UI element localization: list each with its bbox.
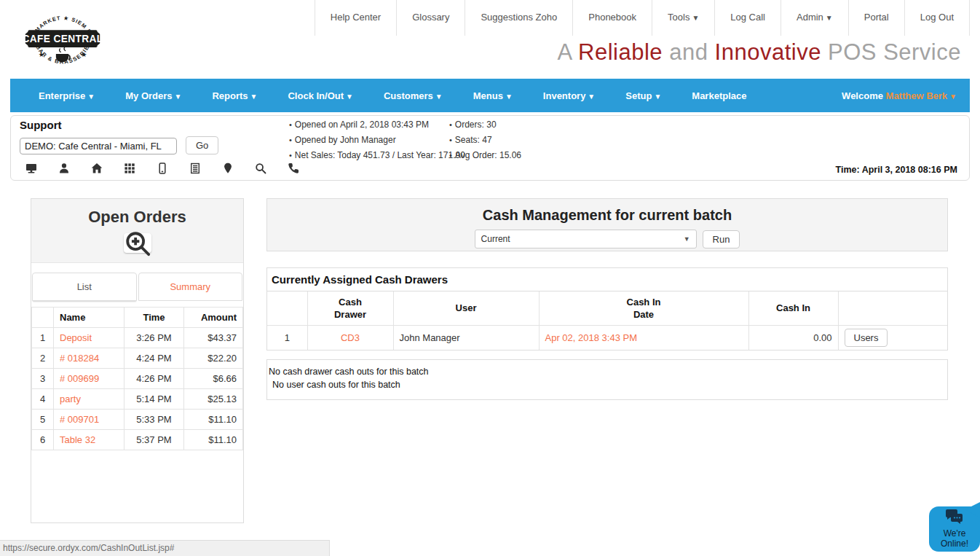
support-icon-toolbar [21, 160, 304, 177]
assigned-drawers-heading: Currently Assigned Cash Drawers [267, 268, 947, 291]
nav-reports[interactable]: Reports▼ [197, 90, 272, 101]
batch-info-left: •Opened on April 2, 2018 03:43 PM •Opene… [289, 120, 465, 165]
chevron-down-icon: ▼ [175, 93, 182, 101]
assigned-drawers-table: Cash Drawer User Cash In Date Cash In 1 … [267, 291, 947, 350]
nav-suggestions-zoho[interactable]: Suggestions Zoho [465, 0, 572, 36]
open-orders-tabs: List Summary [31, 273, 243, 301]
nav-log-call[interactable]: Log Call [714, 0, 781, 36]
support-panel: Support Go •Opened on April [10, 115, 970, 181]
drawer-user: John Manager [393, 325, 539, 350]
live-chat-widget[interactable]: We're Online! [929, 502, 980, 552]
col-header-name: Name [54, 308, 125, 328]
open-orders-header: Open Orders [31, 199, 243, 263]
chevron-down-icon: ▼ [87, 93, 95, 101]
search-icon[interactable] [250, 160, 271, 177]
cash-management-header: Cash Management for current batch Curren… [266, 198, 948, 251]
batch-info-right: •Orders: 30 •Seats: 47 •Avg Order: 15.06 [449, 120, 521, 165]
nav-marketplace[interactable]: Marketplace [676, 90, 762, 101]
users-button[interactable]: Users [845, 329, 888, 347]
chevron-down-icon: ▼ [684, 235, 690, 243]
table-row: 1 Deposit 3:26 PM $43.37 [32, 328, 243, 348]
drawer-row: 1 CD3 John Manager Apr 02, 2018 3:43 PM … [267, 325, 947, 350]
chevron-down-icon: ▼ [949, 93, 957, 101]
col-header-user: User [393, 291, 539, 325]
chat-text-line2: Online! [929, 539, 980, 549]
nav-help-center[interactable]: Help Center [315, 0, 396, 36]
chevron-down-icon: ▼ [588, 93, 595, 101]
main-nav: Enterprise▼ My Orders▼ Reports▼ Clock In… [10, 79, 970, 112]
chat-messages-icon [945, 509, 964, 524]
tab-summary[interactable]: Summary [138, 273, 243, 301]
table-row: 5 # 009701 5:33 PM $11.10 [32, 410, 243, 430]
cash-management-panel: Cash Management for current batch Curren… [266, 198, 948, 400]
chevron-down-icon: ▼ [435, 93, 443, 101]
run-button[interactable]: Run [703, 230, 740, 248]
grid-icon[interactable] [119, 160, 140, 177]
col-header-cash-in: Cash In [748, 291, 838, 325]
user-icon[interactable] [54, 160, 74, 177]
chevron-down-icon: ▼ [250, 93, 258, 101]
table-row: 3 # 009699 4:26 PM $6.66 [32, 369, 243, 389]
batch-select-value: Current [481, 234, 510, 244]
logo-name-text: CAFE CENTRAL [23, 34, 103, 44]
order-link[interactable]: party [60, 393, 81, 404]
nav-clock-in-out[interactable]: Clock In/Out▼ [272, 90, 368, 101]
order-link[interactable]: # 009701 [60, 414, 99, 425]
assigned-drawers-section: Currently Assigned Cash Drawers Cash Dra… [266, 267, 948, 351]
nav-glossary[interactable]: Glossary [396, 0, 465, 36]
current-user-name: Matthew Berk [886, 90, 948, 101]
cash-management-title: Cash Management for current batch [267, 207, 947, 224]
chevron-down-icon: ▼ [692, 14, 699, 22]
order-link[interactable]: Deposit [60, 332, 92, 343]
nav-tools[interactable]: Tools▼ [652, 0, 714, 36]
table-row: 4 party 5:14 PM $25.13 [32, 389, 243, 410]
welcome-user[interactable]: Welcome Matthew Berk▼ [842, 90, 957, 101]
home-icon[interactable] [87, 160, 107, 177]
col-header-amount: Amount [184, 308, 243, 328]
current-time: Time: April 3, 2018 08:16 PM [836, 165, 957, 175]
nav-portal[interactable]: Portal [848, 0, 904, 36]
nav-admin[interactable]: Admin▼ [781, 0, 848, 36]
zoom-orders-button[interactable] [124, 233, 151, 253]
terminal-monitor-icon[interactable] [21, 160, 42, 177]
no-drawer-cashouts-message: No cash drawer cash outs for this batch [269, 367, 944, 377]
support-title: Support [20, 119, 62, 131]
chevron-down-icon: ▼ [505, 93, 513, 101]
cash-out-messages: No cash drawer cash outs for this batch … [266, 359, 948, 400]
map-marker-icon[interactable] [218, 160, 238, 177]
nav-menus[interactable]: Menus▼ [458, 90, 528, 101]
go-button[interactable]: Go [186, 136, 218, 154]
nav-phonebook[interactable]: Phonebook [572, 0, 652, 36]
browser-status-bar: https://secure.ordyx.com/CashInOutList.j… [0, 540, 330, 556]
order-link[interactable]: Table 32 [60, 434, 95, 445]
nav-customers[interactable]: Customers▼ [368, 90, 458, 101]
batch-select[interactable]: Current ▼ [475, 230, 697, 248]
nav-enterprise[interactable]: Enterprise▼ [23, 90, 110, 101]
list-document-icon[interactable] [185, 160, 205, 177]
order-link[interactable]: # 009699 [60, 373, 99, 384]
chevron-down-icon: ▼ [346, 93, 353, 101]
table-row: 6 Table 32 5:37 PM $11.10 [32, 430, 243, 450]
tagline: A Reliable and Innovative POS Service [558, 39, 962, 66]
cafe-central-logo: OLD MARKET ★ SIEM REAP CAFE CENTRAL ★ ★ … [16, 6, 109, 73]
tab-list[interactable]: List [32, 273, 137, 301]
open-orders-title: Open Orders [31, 208, 243, 227]
zoom-in-icon [124, 230, 151, 257]
nav-inventory[interactable]: Inventory▼ [528, 90, 610, 101]
nav-log-out[interactable]: Log Out [904, 0, 970, 36]
col-header-cash-drawer: Cash Drawer [325, 296, 376, 321]
store-select-input[interactable] [20, 138, 177, 154]
col-header-time: Time [125, 308, 184, 328]
nav-my-orders[interactable]: My Orders▼ [110, 90, 197, 101]
open-orders-panel: Open Orders List Summary Name Time Amoun… [31, 198, 244, 523]
mobile-icon[interactable] [152, 160, 173, 177]
cash-in-amount: 0.00 [748, 325, 838, 350]
col-header-cash-in-date: Cash In Date [621, 296, 666, 321]
chat-text-line1: We're [929, 528, 980, 539]
chevron-down-icon: ▼ [654, 93, 661, 101]
no-user-cashouts-message: No user cash outs for this batch [269, 380, 944, 390]
cash-in-date-link[interactable]: Apr 02, 2018 3:43 PM [545, 332, 637, 343]
cash-drawer-link[interactable]: CD3 [341, 332, 360, 343]
order-link[interactable]: # 018284 [60, 353, 99, 364]
nav-setup[interactable]: Setup▼ [610, 90, 676, 101]
